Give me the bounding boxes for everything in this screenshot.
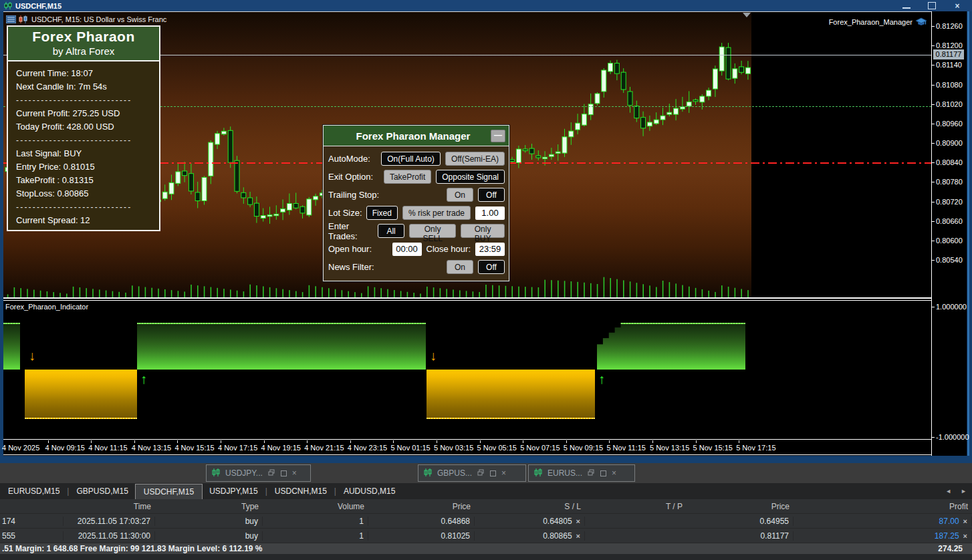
trade-cell-sl: 0.80865× <box>475 531 585 541</box>
manager-row-controls: Close hour: <box>392 243 505 256</box>
manager-option-button[interactable]: Off <box>478 188 505 202</box>
panel-info-line: Current Spread: 12 <box>16 214 159 227</box>
tab-scroll-right-icon[interactable]: ► <box>961 488 967 495</box>
indicator-scale-max: 1.000000 <box>936 303 967 311</box>
manager-value-input[interactable] <box>475 206 505 220</box>
time-tick-mark <box>134 440 135 443</box>
chart-tab-usdjpy-m15[interactable]: USDJPY,M15 <box>203 484 264 499</box>
manager-minimize-button[interactable]: — <box>491 130 505 142</box>
restore-icon[interactable] <box>477 469 485 477</box>
trades-header-row: TimeTypeVolumePriceS / LT / PPriceProfit <box>0 499 972 514</box>
panel-info-line: Next Candle In: 7m 54s <box>16 80 159 94</box>
manager-option-button[interactable]: Off(Semi-EA) <box>445 152 505 166</box>
close-icon[interactable]: × <box>292 469 297 477</box>
time-tick-label: 4 Nov 11:15 <box>88 444 128 452</box>
manager-option-button[interactable]: Off <box>478 260 505 274</box>
maximize-icon[interactable] <box>281 470 287 476</box>
time-tick-label: 4 Nov 19:15 <box>261 444 301 452</box>
time-tick-label: 5 Nov 01:15 <box>390 444 430 452</box>
chart-tab-usdchf-m15[interactable]: USDCHF,M15 <box>135 484 203 499</box>
time-tick-label: 4 Nov 17:15 <box>218 444 257 452</box>
indicator-subwindow[interactable]: Forex_Pharaon_Indicator ↓↑↓↑ <box>3 300 931 440</box>
manager-option-button[interactable]: On(Full Auto) <box>381 152 441 166</box>
close-position-icon[interactable]: × <box>963 517 967 525</box>
close-button[interactable]: × <box>953 3 961 9</box>
indicator-name-label: Forex_Pharaon_Indicator <box>5 303 88 311</box>
manager-option-button[interactable]: Opposite Signal <box>436 170 505 184</box>
time-tick-mark <box>221 440 221 443</box>
manager-row: Trailing Stop:OnOff <box>328 186 505 204</box>
manager-option-button[interactable]: On <box>447 260 473 274</box>
maximize-icon[interactable] <box>600 470 606 476</box>
manager-option-button[interactable]: % risk per trade <box>402 206 471 220</box>
main-chart-area[interactable]: USDCHF, M15: US Dollar vs Swiss Franc Fo… <box>3 11 931 299</box>
time-tick-mark <box>652 440 653 443</box>
time-tick-mark <box>393 440 394 443</box>
manager-option-button[interactable]: On <box>447 188 473 202</box>
time-tick-mark <box>350 440 351 443</box>
modify-sl-icon[interactable]: × <box>576 517 580 525</box>
manager-option-button[interactable]: TakeProfit <box>384 170 431 184</box>
account-summary-row: .51 Margin: 1 648.68 Free Margin: 99 121… <box>0 543 972 554</box>
modify-sl-icon[interactable]: × <box>576 532 580 540</box>
chart-tab-audusd-m15[interactable]: AUDUSD,M15 <box>337 484 402 499</box>
time-tick-label: 4 Nov 2025 <box>2 444 39 452</box>
scroll-to-end-marker[interactable] <box>743 13 751 17</box>
panel-info-line: Current Time: 18:07 <box>16 67 159 80</box>
manager-option-button[interactable]: All <box>378 224 404 238</box>
maximize-button[interactable] <box>928 2 936 9</box>
chart-symbol-icon <box>212 468 220 478</box>
bottom-strip <box>0 554 972 560</box>
object-list-icon[interactable] <box>6 15 16 23</box>
minimized-window-title: USDJPY... <box>225 468 263 478</box>
chart-tab-eurusd-m15[interactable]: EURUSD,M15 <box>1 484 66 499</box>
close-icon[interactable]: × <box>612 469 616 477</box>
trade-cell-price2: 0.81177 <box>687 531 794 541</box>
close-icon[interactable]: × <box>501 469 506 477</box>
tab-scroll-left-icon[interactable]: ◄ <box>945 488 951 495</box>
restore-icon[interactable] <box>588 469 595 477</box>
minimized-chart-window[interactable]: GBPUS...× <box>418 464 526 482</box>
chart-tab-gbpusd-m15[interactable]: GBPUSD,M15 <box>70 484 134 499</box>
mini-candles-icon[interactable] <box>19 15 29 23</box>
close-position-icon[interactable]: × <box>963 532 967 540</box>
maximize-icon[interactable] <box>490 470 496 476</box>
price-axis[interactable]: 0.812600.812000.811400.810800.810200.809… <box>931 11 967 456</box>
manager-option-button[interactable]: Only SELL <box>409 224 456 238</box>
manager-value-input[interactable] <box>392 243 422 256</box>
panel-info-line: Entry Price: 0.81015 <box>16 160 159 174</box>
metatrader-window: USDCHF,M15 × USDCHF, M15: US Dollar vs S… <box>0 0 972 560</box>
time-axis[interactable]: 4 Nov 20254 Nov 09:154 Nov 11:154 Nov 13… <box>3 440 931 455</box>
manager-option-button[interactable]: Only BUY <box>461 224 505 238</box>
manager-row-controls: Fixed% risk per trade <box>366 206 505 220</box>
time-tick-mark <box>177 440 178 443</box>
restore-icon[interactable] <box>268 469 275 477</box>
time-tick-label: 4 Nov 23:15 <box>348 444 387 452</box>
manager-option-button[interactable]: Fixed <box>366 206 398 220</box>
panel-separator: ---------------------------- <box>16 94 159 107</box>
manager-value-input[interactable] <box>475 243 505 256</box>
minimized-chart-window[interactable]: USDJPY...× <box>206 464 311 482</box>
graduation-cap-icon[interactable] <box>915 17 927 26</box>
manager-dialog-header[interactable]: Forex Pharaon Manager — <box>324 126 509 146</box>
manager-row-label: Lot Size: <box>328 208 362 218</box>
time-tick-label: 4 Nov 15:15 <box>174 444 214 452</box>
indicator-scale-min: -1.000000 <box>936 433 969 441</box>
frame-right-scrollbar[interactable] <box>967 11 972 463</box>
time-tick-label: 4 Nov 09:15 <box>45 444 85 452</box>
manager-row-label: AutoMode: <box>328 154 370 164</box>
chart-symbol-icon <box>4 2 12 9</box>
minimize-button[interactable] <box>902 3 910 9</box>
pharaon-title: Forex Pharaon <box>8 29 159 45</box>
panel-separator: ---------------------------- <box>16 200 159 214</box>
minimized-chart-window[interactable]: EURUS...× <box>528 464 635 482</box>
manager-inline-label: Close hour: <box>427 244 471 254</box>
margin-summary-text: .51 Margin: 1 648.68 Free Margin: 99 121… <box>0 544 263 553</box>
trade-row[interactable]: 5552025.11.05 11:30:00buy10.810250.80865… <box>0 529 972 543</box>
price-tick-label: 0.81140 <box>936 61 962 69</box>
chart-tab-usdcnh-m15[interactable]: USDCNH,M15 <box>268 484 334 499</box>
price-tick-label: 0.80960 <box>936 120 963 128</box>
time-tick-label: 4 Nov 21:15 <box>304 444 344 452</box>
trade-row[interactable]: 1742025.11.05 17:03:27buy10.648680.64805… <box>0 514 972 529</box>
price-tick-label: 0.81080 <box>936 81 963 89</box>
